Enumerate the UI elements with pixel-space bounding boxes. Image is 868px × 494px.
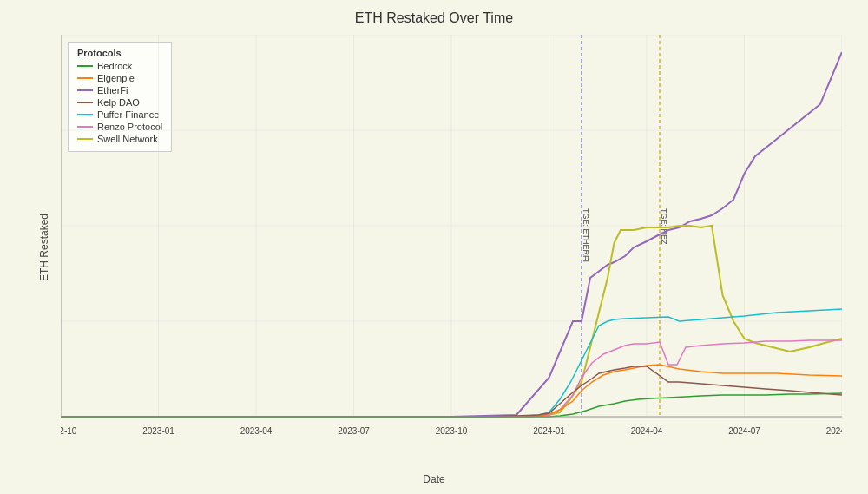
y-axis-label: ETH Restaked bbox=[38, 213, 50, 280]
x-tick-202304: 2023-04 bbox=[240, 426, 273, 436]
chart-title: ETH Restaked Over Time bbox=[0, 0, 868, 30]
chart-container: ETH Restaked Over Time ETH Restaked Date… bbox=[0, 0, 868, 494]
annotation-label-etherfi: TGE: ETHERFI bbox=[582, 208, 590, 262]
x-tick-202301: 2023-01 bbox=[142, 426, 174, 436]
chart-plot-area: $0.0B $0.5B $1.0B $1.5B $2.0B 2022-10 20… bbox=[61, 35, 842, 451]
x-tick-202407: 2024-07 bbox=[728, 426, 760, 436]
chart-svg: $0.0B $0.5B $1.0B $1.5B $2.0B 2022-10 20… bbox=[61, 35, 842, 451]
x-tick-202210: 2022-10 bbox=[61, 426, 77, 436]
x-tick-202404: 2024-04 bbox=[631, 426, 663, 436]
x-tick-202307: 2023-07 bbox=[338, 426, 370, 436]
x-tick-202410: 2024-10 bbox=[826, 426, 842, 436]
x-tick-202401: 2024-01 bbox=[533, 426, 565, 436]
x-tick-202310: 2023-10 bbox=[436, 426, 468, 436]
x-axis-label: Date bbox=[423, 473, 444, 485]
